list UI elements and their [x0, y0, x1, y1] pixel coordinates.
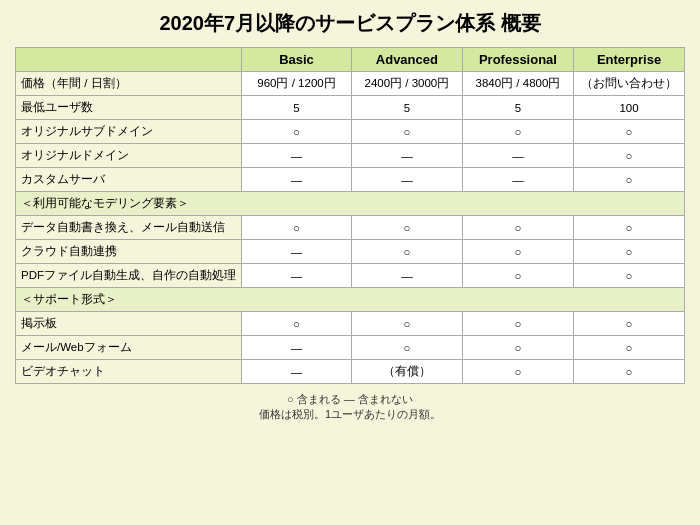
cell-12-basic: — [242, 360, 352, 384]
cell-8-advanced: — [351, 264, 462, 288]
cell-4-advanced: — [351, 168, 462, 192]
cell-6-basic: ○ [242, 216, 352, 240]
header-label [16, 48, 242, 72]
cell-10-professional: ○ [462, 312, 573, 336]
cell-2-advanced: ○ [351, 120, 462, 144]
header-professional: Professional [462, 48, 573, 72]
section-header-5: ＜利用可能なモデリング要素＞ [16, 192, 685, 216]
cell-1-professional: 5 [462, 96, 573, 120]
cell-1-label: 最低ユーザ数 [16, 96, 242, 120]
cell-1-enterprise: 100 [574, 96, 685, 120]
cell-0-professional: 3840円 / 4800円 [462, 72, 573, 96]
cell-11-professional: ○ [462, 336, 573, 360]
footer-line1: ○ 含まれる — 含まれない [15, 392, 685, 407]
cell-2-professional: ○ [462, 120, 573, 144]
cell-8-basic: — [242, 264, 352, 288]
cell-4-enterprise: ○ [574, 168, 685, 192]
header-enterprise: Enterprise [574, 48, 685, 72]
header-basic: Basic [242, 48, 352, 72]
cell-12-label: ビデオチャット [16, 360, 242, 384]
cell-10-enterprise: ○ [574, 312, 685, 336]
cell-6-label: データ自動書き換え、メール自動送信 [16, 216, 242, 240]
cell-1-advanced: 5 [351, 96, 462, 120]
cell-2-label: オリジナルサブドメイン [16, 120, 242, 144]
cell-0-basic: 960円 / 1200円 [242, 72, 352, 96]
cell-4-basic: — [242, 168, 352, 192]
cell-8-professional: ○ [462, 264, 573, 288]
cell-10-basic: ○ [242, 312, 352, 336]
cell-7-label: クラウド自動連携 [16, 240, 242, 264]
cell-7-basic: — [242, 240, 352, 264]
cell-12-professional: ○ [462, 360, 573, 384]
cell-6-advanced: ○ [351, 216, 462, 240]
cell-6-enterprise: ○ [574, 216, 685, 240]
cell-0-enterprise: （お問い合わせ） [574, 72, 685, 96]
cell-3-advanced: — [351, 144, 462, 168]
cell-4-professional: — [462, 168, 573, 192]
cell-7-advanced: ○ [351, 240, 462, 264]
cell-10-label: 掲示板 [16, 312, 242, 336]
cell-3-enterprise: ○ [574, 144, 685, 168]
cell-3-basic: — [242, 144, 352, 168]
cell-0-label: 価格（年間 / 日割） [16, 72, 242, 96]
cell-1-basic: 5 [242, 96, 352, 120]
cell-12-enterprise: ○ [574, 360, 685, 384]
cell-8-label: PDFファイル自動生成、自作の自動処理 [16, 264, 242, 288]
cell-10-advanced: ○ [351, 312, 462, 336]
cell-4-label: カスタムサーバ [16, 168, 242, 192]
cell-2-basic: ○ [242, 120, 352, 144]
cell-11-enterprise: ○ [574, 336, 685, 360]
cell-11-label: メール/Webフォーム [16, 336, 242, 360]
cell-8-enterprise: ○ [574, 264, 685, 288]
section-header-9: ＜サポート形式＞ [16, 288, 685, 312]
cell-11-advanced: ○ [351, 336, 462, 360]
cell-3-label: オリジナルドメイン [16, 144, 242, 168]
cell-7-enterprise: ○ [574, 240, 685, 264]
cell-0-advanced: 2400円 / 3000円 [351, 72, 462, 96]
cell-7-professional: ○ [462, 240, 573, 264]
pricing-table: Basic Advanced Professional Enterprise 価… [15, 47, 685, 384]
cell-6-professional: ○ [462, 216, 573, 240]
page: 2020年7月以降のサービスプラン体系 概要 Basic Advanced Pr… [0, 0, 700, 525]
footer-note: ○ 含まれる — 含まれない 価格は税別。1ユーザあたりの月額。 [15, 392, 685, 422]
cell-3-professional: — [462, 144, 573, 168]
footer-line2: 価格は税別。1ユーザあたりの月額。 [15, 407, 685, 422]
header-advanced: Advanced [351, 48, 462, 72]
cell-2-enterprise: ○ [574, 120, 685, 144]
cell-11-basic: — [242, 336, 352, 360]
page-title: 2020年7月以降のサービスプラン体系 概要 [15, 10, 685, 37]
cell-12-advanced: （有償） [351, 360, 462, 384]
